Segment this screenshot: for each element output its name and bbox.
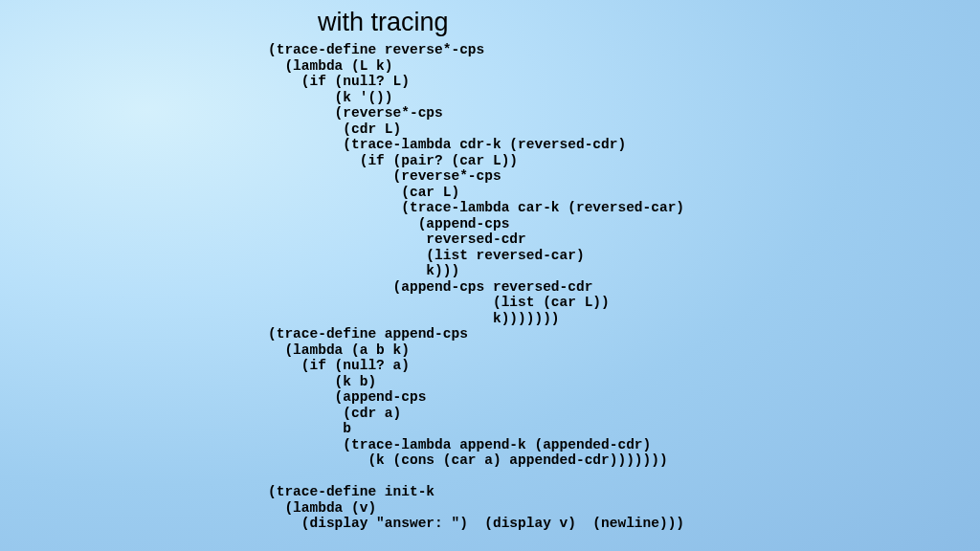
code-content: (trace-define reverse*-cps (lambda (L k)… bbox=[268, 42, 684, 532]
slide-title: with tracing bbox=[318, 8, 449, 37]
